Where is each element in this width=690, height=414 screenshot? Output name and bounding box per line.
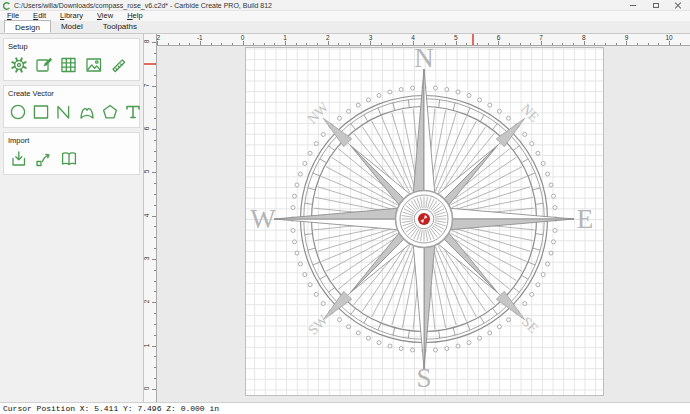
trace-image-icon [34,149,54,169]
ruler-label: 2 [144,300,150,304]
ruler-tick [152,42,156,43]
ruler-tick [477,43,478,46]
ruler-tick [253,43,254,46]
ruler-tick [154,335,157,336]
ruler-tick [360,43,361,46]
cursor-position-readout: Cursor Position X: 5.411 Y: 7.496 Z: 0.0… [3,404,219,413]
ruler-tick [658,43,659,46]
compass-rose-drawing[interactable]: NESWNESESWNW [246,48,605,397]
ruler-tick [594,43,595,46]
minimize-button[interactable] [621,0,644,11]
ruler-tick [402,43,403,46]
job-setup-button[interactable] [33,54,55,76]
gear-icon [9,55,29,75]
design-canvas[interactable]: NESWNESESWNW [157,46,690,402]
import-file-button[interactable] [8,148,30,170]
ruler-tick [154,270,157,271]
ruler-tick [317,43,318,46]
cursor-marker-y [144,63,157,65]
trace-image-button[interactable] [33,148,55,170]
ruler-tick [274,43,275,46]
cardinal-label-e: E [577,204,594,234]
tab-toolpaths[interactable]: Toolpaths [93,20,147,33]
ruler-label: 0 [144,386,150,390]
cardinal-label-w: W [250,204,276,234]
ruler-tick [456,41,457,45]
ruler-tick [152,346,156,347]
text-button[interactable] [123,101,143,123]
curve-button[interactable] [77,101,97,123]
ruler-tick [168,43,169,46]
ruler-tick [605,43,606,46]
ruler-tick [154,248,157,249]
ruler-label: 7 [539,34,543,41]
section-create-vector: Create Vector [3,85,140,128]
ruler-tick [509,43,510,46]
ruler-tick [154,281,157,282]
curve-icon [77,102,97,122]
measure-icon [109,55,129,75]
stock-page[interactable]: NESWNESESWNW [245,47,604,396]
ruler-tick [179,43,180,46]
tab-model[interactable]: Model [51,20,93,33]
ruler-tick [152,389,156,390]
cursor-marker-x [472,34,474,46]
compass-center-hub [396,191,453,248]
window-controls [621,0,690,11]
background-image-button[interactable] [83,54,105,76]
ruler-tick [552,43,553,46]
close-button[interactable] [667,0,690,11]
polygon-button[interactable] [100,101,120,123]
section-import: Import [3,132,140,175]
polygon-icon [100,102,120,122]
ruler-tick [466,43,467,46]
ruler-tick [264,43,265,46]
ruler-tick [154,324,157,325]
ruler-tick [338,43,339,46]
polyline-icon [54,102,74,122]
ruler-label: 5 [144,170,150,174]
library-icon [59,149,79,169]
ruler-tick [381,43,382,46]
rectangle-button[interactable] [31,101,51,123]
tool-sidebar: SetupCreate VectorImport [0,34,144,402]
ruler-tick [285,41,286,45]
grid-button[interactable] [58,54,80,76]
ruler-tick [152,259,156,260]
ruler-tick [157,41,158,45]
ruler-tick [154,313,157,314]
status-bar: Cursor Position X: 5.411 Y: 7.496 Z: 0.0… [0,402,690,414]
title-bar: C:/Users/willa/Downloads/compass_rose_v6… [0,0,690,11]
cardinal-label-s: S [416,363,431,393]
ruler-tick [648,43,649,46]
ruler-tick [154,183,157,184]
ruler-tick [154,118,157,119]
ruler-tick [349,43,350,46]
library-button[interactable] [58,148,80,170]
section-title: Create Vector [8,89,135,98]
cardinal-label-n: N [414,46,434,73]
maximize-button[interactable] [644,0,667,11]
measure-button[interactable] [108,54,130,76]
ruler-tick [296,43,297,46]
gear-button[interactable] [8,54,30,76]
ruler-tick [154,367,157,368]
horizontal-ruler: -2-1012345678910 [157,34,690,46]
section-title: Setup [8,42,135,51]
ruler-label: 8 [144,40,150,44]
polyline-button[interactable] [54,101,74,123]
ruler-label: 3 [369,34,373,41]
ruler-label: 6 [497,34,501,41]
ruler-tick [541,41,542,45]
ruler-tick [584,41,585,45]
maximize-icon [653,3,659,8]
ruler-tick [434,43,435,46]
ruler-tick [530,43,531,46]
import-file-icon [9,149,29,169]
ruler-label: 8 [582,34,586,41]
grid-icon [59,55,79,75]
tab-design[interactable]: Design [4,20,51,33]
ruler-tick [392,43,393,46]
ruler-tick [154,151,157,152]
circle-button[interactable] [8,101,28,123]
